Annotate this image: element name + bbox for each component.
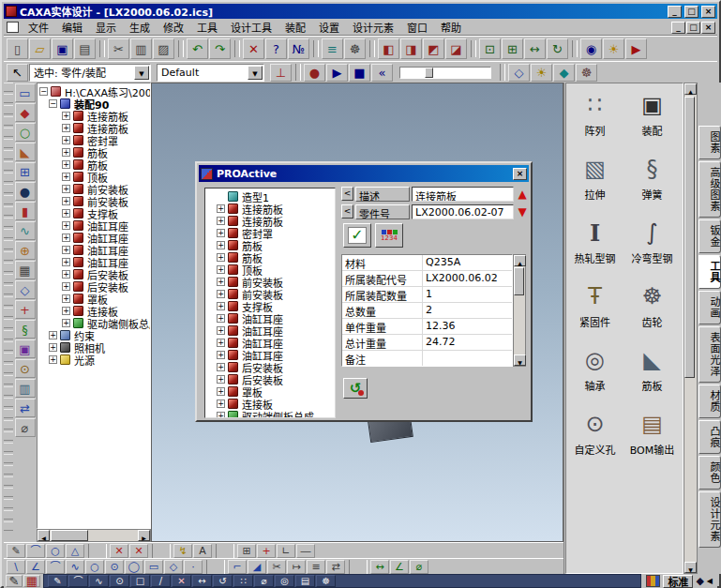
rib-tool-icon[interactable]: ◣ bbox=[15, 143, 36, 161]
expand-box[interactable] bbox=[217, 241, 225, 249]
property-row[interactable]: 备注 bbox=[342, 351, 512, 367]
property-value[interactable]: 12.36 bbox=[423, 319, 512, 334]
expand-box[interactable] bbox=[217, 375, 225, 384]
offset-icon[interactable]: ≡ bbox=[307, 560, 325, 574]
scroll-down-icon[interactable] bbox=[514, 354, 526, 366]
catalog-tab[interactable]: 钣金 bbox=[698, 219, 721, 253]
settings-gear-icon[interactable]: ☸ bbox=[344, 38, 366, 59]
tree-part-item[interactable]: 后安装板 bbox=[39, 280, 150, 293]
refresh-bom-button[interactable]: ↺ bbox=[343, 378, 368, 399]
tree-part-item[interactable]: 顶板 bbox=[39, 171, 150, 183]
copy-icon[interactable]: ▥ bbox=[130, 38, 152, 59]
erase-icon[interactable]: ✕ bbox=[172, 575, 191, 587]
catalog-item[interactable]: ☸ 齿轮 bbox=[623, 279, 681, 339]
add-tool-icon[interactable]: + bbox=[15, 300, 36, 319]
play-icon[interactable]: ▶ bbox=[326, 64, 348, 82]
snap-point-icon[interactable]: + bbox=[257, 544, 276, 558]
redo-icon[interactable]: ↷ bbox=[209, 38, 231, 59]
grid-tool-icon[interactable]: ▦ bbox=[15, 261, 36, 279]
dialog-titlebar[interactable]: PROActive × bbox=[199, 165, 529, 182]
visibility-icon[interactable]: ◎ bbox=[275, 575, 294, 587]
expand-box[interactable] bbox=[217, 339, 225, 347]
context-help-icon[interactable]: № bbox=[288, 38, 309, 59]
ortho-icon[interactable]: ∟ bbox=[277, 544, 295, 558]
menu-item[interactable]: 帮助 bbox=[434, 19, 468, 36]
scrollbar-thumb[interactable] bbox=[514, 267, 524, 295]
expand-box[interactable] bbox=[62, 197, 70, 205]
expand-box[interactable] bbox=[62, 209, 70, 218]
edit-sketch-icon[interactable]: ✎ bbox=[7, 544, 25, 558]
prev-field-button[interactable]: < bbox=[341, 204, 353, 219]
keyframe-icon[interactable]: ◇ bbox=[508, 64, 530, 82]
expand-box[interactable] bbox=[217, 290, 225, 298]
expand-box[interactable] bbox=[62, 246, 70, 254]
property-value[interactable]: 2 bbox=[423, 303, 512, 318]
scroll-right-icon[interactable] bbox=[138, 530, 150, 541]
separator[interactable] bbox=[369, 40, 375, 57]
delete-all-icon[interactable]: ✕ bbox=[129, 544, 148, 558]
camera-view-icon[interactable]: ◉ bbox=[580, 38, 602, 59]
dialog-tree-item[interactable]: 前安装板 bbox=[207, 288, 335, 300]
expand-box[interactable] bbox=[62, 282, 70, 291]
measure-tool-icon[interactable]: ⌀ bbox=[15, 418, 36, 437]
select-tool-button[interactable]: ↖ bbox=[7, 64, 28, 82]
scroll-up-icon[interactable] bbox=[514, 255, 526, 266]
draw-line-icon[interactable]: / bbox=[151, 575, 171, 587]
selection-mode-combobox[interactable]: 选中: 零件/装配 bbox=[29, 64, 151, 82]
animation-slider[interactable] bbox=[399, 67, 491, 79]
curve-icon[interactable]: ⌒ bbox=[26, 544, 45, 558]
catalog-tab[interactable]: 工具 bbox=[698, 255, 721, 289]
expand-box[interactable] bbox=[62, 124, 70, 132]
catalog-scrollbar[interactable] bbox=[683, 83, 698, 574]
dialog-tree-item[interactable]: 支撑板 bbox=[207, 300, 335, 312]
expand-box[interactable] bbox=[62, 112, 70, 120]
expand-box[interactable] bbox=[62, 234, 70, 242]
property-value[interactable]: 1 bbox=[423, 287, 512, 302]
separator[interactable] bbox=[99, 40, 105, 57]
menu-item[interactable]: 设计工具 bbox=[224, 19, 278, 36]
open-folder-icon[interactable]: ▱ bbox=[29, 38, 51, 59]
menu-item[interactable]: 工具 bbox=[190, 19, 224, 36]
collapse-box[interactable] bbox=[49, 99, 57, 108]
target-tool-icon[interactable]: ⊕ bbox=[15, 241, 36, 260]
catalog-item[interactable]: ▤ BOM输出 bbox=[623, 406, 681, 466]
catalog-tab[interactable]: 颜色 bbox=[698, 456, 721, 490]
dialog-tree-item[interactable]: 连接板 bbox=[207, 398, 335, 410]
dialog-tree-item[interactable]: 油缸耳座 bbox=[207, 349, 335, 361]
expand-box[interactable] bbox=[217, 253, 225, 262]
maximize-button[interactable]: □ bbox=[684, 6, 698, 18]
expand-box[interactable] bbox=[62, 270, 70, 279]
part-number-field[interactable]: LX2000.06.02-07 bbox=[412, 204, 514, 219]
expand-box[interactable] bbox=[49, 343, 57, 352]
tree-part-item[interactable]: 筋板 bbox=[39, 158, 150, 171]
expand-box[interactable] bbox=[217, 351, 225, 359]
menu-item[interactable]: 编辑 bbox=[55, 19, 89, 36]
menu-item[interactable]: 设计元素 bbox=[346, 19, 400, 36]
dialog-tree-item[interactable]: 驱动端侧板总成 bbox=[207, 410, 335, 418]
separator[interactable] bbox=[349, 560, 368, 574]
linear-dimension-icon[interactable]: ↔ bbox=[370, 560, 389, 574]
dialog-tree-item[interactable]: 连接筋板 bbox=[207, 215, 335, 227]
assembly-structure-button[interactable]: ⊥ bbox=[270, 64, 292, 82]
measure-icon[interactable]: ⌀ bbox=[254, 575, 274, 587]
dialog-tree-item[interactable]: 油缸耳座 bbox=[207, 337, 335, 349]
box-tool-icon[interactable]: ⊞ bbox=[15, 162, 36, 181]
circle-draw-icon[interactable]: ○ bbox=[46, 544, 65, 558]
dialog-close-button[interactable]: × bbox=[513, 168, 527, 180]
table-scrollbar[interactable] bbox=[513, 254, 526, 367]
catalog-tab[interactable]: 材质 bbox=[698, 384, 721, 418]
circle-tool-icon[interactable]: ○ bbox=[85, 560, 104, 574]
expand-box[interactable] bbox=[217, 302, 225, 310]
hole-tool-icon[interactable]: ○ bbox=[15, 123, 36, 142]
catalog-tab[interactable]: 凸痕 bbox=[698, 420, 721, 454]
tree-part-item[interactable]: 支撑板 bbox=[39, 207, 150, 219]
down-arrow-icon[interactable]: ▼ bbox=[516, 205, 529, 219]
dialog-tree-item[interactable]: 筋板 bbox=[207, 239, 335, 251]
text-tool-icon[interactable]: A bbox=[193, 544, 212, 558]
scrollbar-thumb[interactable] bbox=[51, 530, 88, 541]
mirror-tool-icon[interactable]: ⇄ bbox=[15, 399, 36, 417]
zoom-fit-icon[interactable]: ⊡ bbox=[479, 38, 501, 59]
extend-icon[interactable]: ↦ bbox=[287, 560, 306, 574]
property-value[interactable] bbox=[423, 351, 512, 366]
ellipse-tool-icon[interactable]: ◯ bbox=[125, 560, 143, 574]
